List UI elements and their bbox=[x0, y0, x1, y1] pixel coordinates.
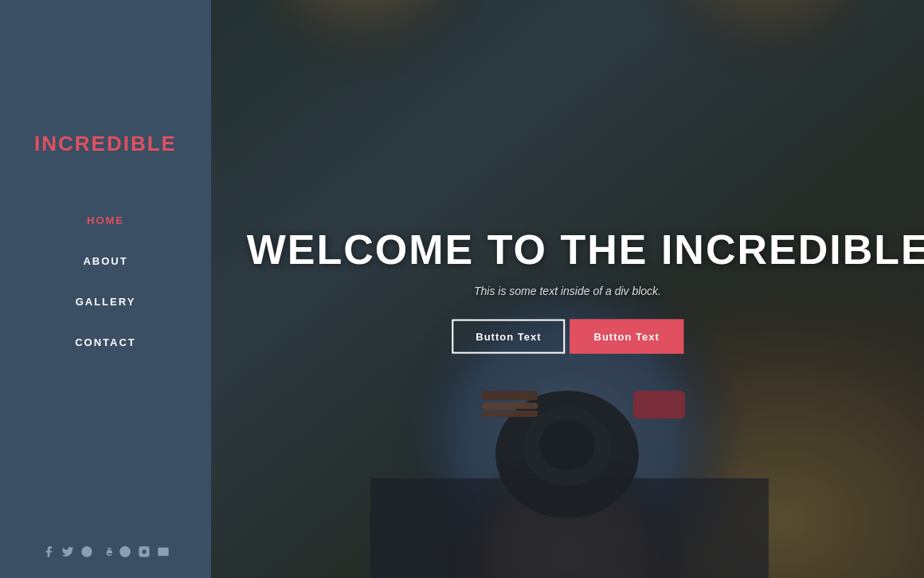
twitter-icon[interactable] bbox=[61, 545, 74, 558]
hero-button-solid[interactable]: Button Text bbox=[570, 319, 683, 353]
social-links bbox=[0, 545, 211, 558]
logo-text: INCREDIBLE bbox=[34, 132, 177, 155]
sidebar-nav: HOME ABOUT GALLERY CONTACT bbox=[0, 200, 211, 363]
hero-content: WELCOME TO THE INCREDIBLE This is some t… bbox=[247, 225, 889, 353]
instagram-icon[interactable] bbox=[138, 545, 151, 558]
sidebar-item-home[interactable]: HOME bbox=[0, 200, 211, 241]
facebook-icon[interactable] bbox=[42, 545, 55, 558]
sidebar-item-about[interactable]: ABOUT bbox=[0, 241, 211, 281]
hero-buttons: Button Text Button Text bbox=[247, 319, 889, 353]
hero-button-outline[interactable]: Button Text bbox=[452, 319, 565, 353]
site-logo: INCREDIBLE bbox=[34, 132, 177, 156]
hero-section: WELCOME TO THE INCREDIBLE This is some t… bbox=[211, 0, 924, 578]
globe-icon[interactable] bbox=[80, 545, 93, 558]
hero-subtitle: This is some text inside of a div block. bbox=[247, 284, 889, 297]
sidebar: INCREDIBLE HOME ABOUT GALLERY CONTACT bbox=[0, 0, 211, 578]
wordpress-icon[interactable] bbox=[119, 545, 131, 558]
email-icon[interactable] bbox=[157, 545, 170, 558]
hero-title: WELCOME TO THE INCREDIBLE bbox=[247, 225, 889, 273]
sidebar-item-contact[interactable]: CONTACT bbox=[0, 322, 211, 363]
sidebar-item-gallery[interactable]: GALLERY bbox=[0, 281, 211, 322]
behance-icon[interactable] bbox=[100, 545, 112, 558]
